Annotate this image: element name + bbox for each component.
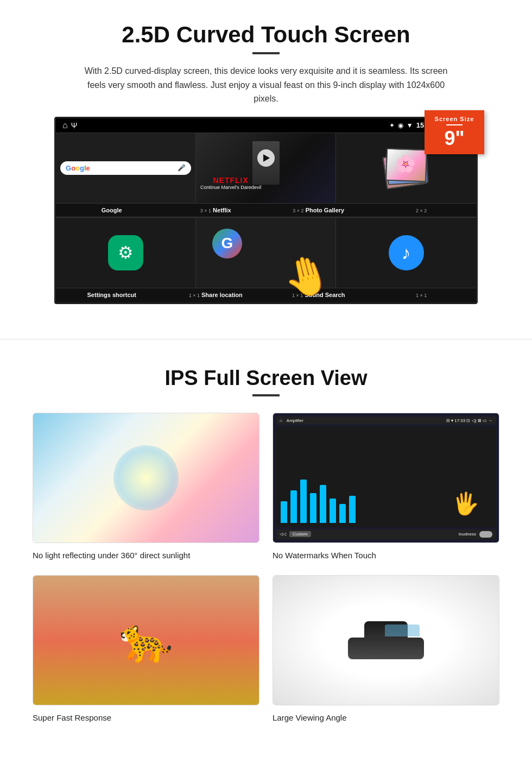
amp-prev-icon: ◁◁ <box>280 532 286 537</box>
section1-title: 2.5D Curved Touch Screen <box>33 22 499 48</box>
amp-icons: ⊟ ▾ 17:33 ⊡ ◁) ⊠ ▭ → <box>446 418 492 423</box>
sunlight-label: No light reflecting under 360° direct su… <box>33 548 259 562</box>
location-icon: ◉ <box>398 122 403 129</box>
sun-glow <box>113 445 179 510</box>
amp-footer: ◁◁ Custom loudness <box>276 529 496 539</box>
device-mockup: Screen Size 9" ⌂ Ψ ✦ ◉ ▼ 15:06 ⊡ ◁) ⊠ ▭ <box>54 117 478 304</box>
netflix-app-cell[interactable]: NETFLIX Continue Marvel's Daredevil <box>196 133 336 204</box>
mic-icon: 🎤 <box>178 164 186 172</box>
section-ips: IPS Full Screen View No light reflecting… <box>0 356 532 746</box>
eq-bar-8 <box>349 496 356 523</box>
amp-body: 🖐 <box>276 427 496 527</box>
feature-sunlight: No light reflecting under 360° direct su… <box>33 413 259 562</box>
eq-bar-3 <box>300 480 307 523</box>
eq-bar-4 <box>310 493 316 523</box>
eq-bar-2 <box>290 490 297 523</box>
section1-description: With 2.5D curved-display screen, this de… <box>81 64 451 106</box>
sound-search-cell[interactable]: ♪ <box>336 218 476 288</box>
loudness-toggle[interactable] <box>479 531 492 538</box>
feature-cheetah: 🐆 Super Fast Response <box>33 575 259 724</box>
app-labels-row2: Settings shortcut 1 × 1 Share location 1… <box>56 288 476 302</box>
screen-size-badge: Screen Size 9" <box>425 110 484 155</box>
share-location-cell[interactable]: G 🤚 <box>196 218 336 288</box>
car-body <box>348 638 424 659</box>
netflix-background: NETFLIX Continue Marvel's Daredevil <box>196 133 335 203</box>
google-search-bar[interactable]: Google 🎤 <box>60 161 191 175</box>
photo-label: 3 × 2 Photo Gallery <box>266 207 369 213</box>
eq-bar-1 <box>281 501 287 523</box>
section2-underline <box>252 394 280 396</box>
netflix-logo-text: NETFLIX <box>200 176 261 185</box>
sunlight-visual <box>33 413 259 542</box>
eq-bar-5 <box>320 485 326 523</box>
section-curved-screen: 2.5D Curved Touch Screen With 2.5D curve… <box>0 0 532 323</box>
app-labels-row1: Google 3 × 1 Netflix 3 × 2 Photo Gallery… <box>56 204 476 217</box>
car-visual <box>273 576 499 705</box>
amplifier-visual: ⌂ Amplifier ⊟ ▾ 17:33 ⊡ ◁) ⊠ ▭ → <box>273 413 499 542</box>
sound-size-label: 1 × 1 <box>369 292 472 298</box>
feature-image-cheetah: 🐆 <box>33 575 259 705</box>
home-icon: ⌂ <box>62 121 68 130</box>
app-grid-row2: ⚙ G 🤚 ♪ <box>56 217 476 288</box>
feature-car: Large Viewing Angle <box>273 575 499 724</box>
eq-bar-6 <box>330 499 336 523</box>
settings-icon: ⚙ <box>108 235 143 270</box>
google-maps-logo: G <box>212 229 242 258</box>
amp-hand-icon: 🖐 <box>452 491 479 516</box>
google-logo: Google <box>66 164 90 172</box>
home-mini-icon: ⌂ <box>280 418 282 423</box>
signal-icon: ▼ <box>407 122 413 129</box>
maps-g-letter: G <box>221 235 233 252</box>
sound-icon: ♪ <box>389 235 424 270</box>
photo-layer-3: 🌸 <box>385 148 427 182</box>
loudness-label: loudness <box>459 532 476 537</box>
section2-title: IPS Full Screen View <box>33 367 499 390</box>
cheetah-visual: 🐆 <box>33 576 259 705</box>
photo-stack: 🌸 <box>382 143 430 192</box>
cheetah-icon: 🐆 <box>119 615 173 666</box>
settings-size-label: 1 × 1 Share location <box>163 292 267 298</box>
car-glass <box>385 624 420 636</box>
amp-header: ⌂ Amplifier ⊟ ▾ 17:33 ⊡ ◁) ⊠ ▭ → <box>276 417 496 425</box>
custom-button: Custom <box>289 531 311 537</box>
feature-amplifier: ⌂ Amplifier ⊟ ▾ 17:33 ⊡ ◁) ⊠ ▭ → <box>273 413 499 562</box>
badge-line <box>446 124 463 125</box>
status-bar: ⌂ Ψ ✦ ◉ ▼ 15:06 ⊡ ◁) ⊠ ▭ <box>56 118 476 133</box>
app-grid-row1: Google 🎤 NETFLIX <box>56 133 476 204</box>
play-button[interactable] <box>257 149 275 167</box>
feature-image-amplifier: ⌂ Amplifier ⊟ ▾ 17:33 ⊡ ◁) ⊠ ▭ → <box>273 413 499 543</box>
music-note-icon: ♪ <box>402 242 411 263</box>
amp-title: Amplifier <box>287 418 303 423</box>
settings-label: Settings shortcut <box>60 292 163 298</box>
gear-icon: ⚙ <box>118 242 134 263</box>
car-label: Large Viewing Angle <box>273 711 499 724</box>
eq-bar-7 <box>339 504 346 523</box>
photo-size: 2 × 2 <box>369 207 472 213</box>
usb-icon: Ψ <box>71 121 78 130</box>
section-divider <box>0 339 532 339</box>
bluetooth-icon: ✦ <box>389 122 395 129</box>
play-triangle <box>263 154 270 162</box>
features-grid: No light reflecting under 360° direct su… <box>33 413 499 724</box>
google-app-cell[interactable]: Google 🎤 <box>56 133 196 204</box>
car-shape <box>348 621 424 659</box>
badge-label: Screen Size <box>429 116 480 122</box>
title-underline <box>252 52 280 54</box>
cheetah-label: Super Fast Response <box>33 711 259 724</box>
netflix-subtitle: Continue Marvel's Daredevil <box>200 185 261 190</box>
settings-app-cell[interactable]: ⚙ <box>56 218 196 288</box>
amplifier-label: No Watermarks When Touch <box>273 548 499 562</box>
feature-image-sunlight <box>33 413 259 543</box>
feature-image-car <box>273 575 499 705</box>
netflix-label: 3 × 1 Netflix <box>163 207 267 213</box>
badge-size: 9" <box>444 127 464 149</box>
google-label: Google <box>60 207 163 213</box>
netflix-brand: NETFLIX Continue Marvel's Daredevil <box>200 176 261 190</box>
device-screen: ⌂ Ψ ✦ ◉ ▼ 15:06 ⊡ ◁) ⊠ ▭ <box>54 117 478 304</box>
